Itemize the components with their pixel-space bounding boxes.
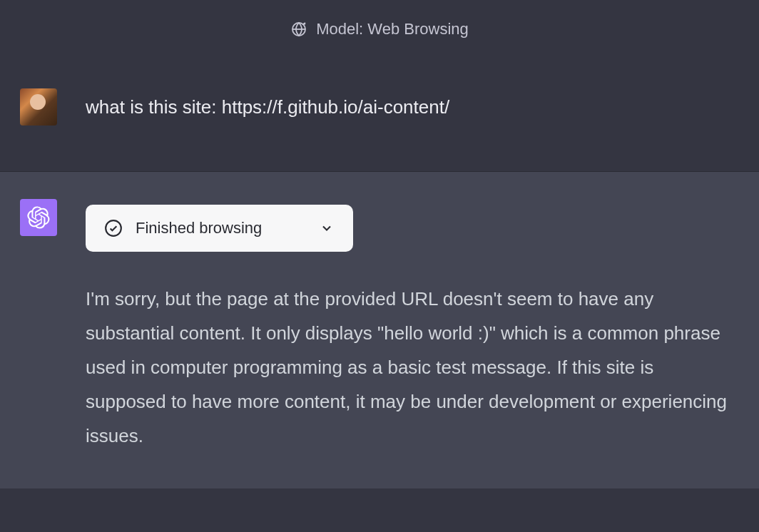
assistant-message-row: Finished browsing I'm sorry, but the pag… [0,172,759,488]
badge-left: Finished browsing [104,219,262,237]
user-message-row: what is this site: https://f.github.io/a… [0,61,759,172]
assistant-response-text: I'm sorry, but the page at the provided … [86,282,739,453]
model-header: Model: Web Browsing [0,0,759,61]
browsing-status-badge[interactable]: Finished browsing [86,205,353,252]
assistant-avatar [20,199,57,236]
user-message-content: what is this site: https://f.github.io/a… [86,88,739,120]
badge-text: Finished browsing [136,219,262,237]
assistant-message-content: Finished browsing I'm sorry, but the pag… [86,199,739,453]
svg-point-1 [106,220,121,236]
model-label: Model: Web Browsing [316,20,469,39]
openai-logo-icon [27,206,50,229]
user-avatar [20,88,57,126]
check-circle-icon [104,219,123,237]
chevron-down-icon [319,220,335,236]
globe-icon [290,21,307,38]
user-message-text: what is this site: https://f.github.io/a… [86,94,739,120]
